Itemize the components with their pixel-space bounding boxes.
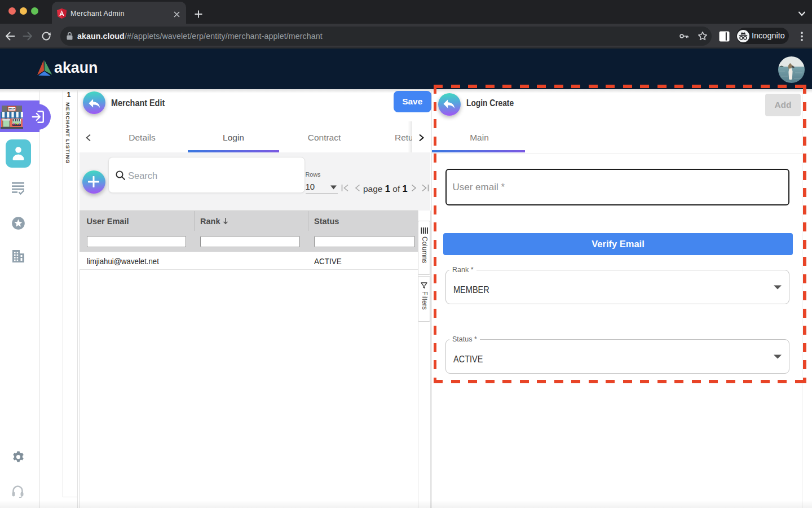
svg-text:SHOP: SHOP <box>8 107 15 110</box>
